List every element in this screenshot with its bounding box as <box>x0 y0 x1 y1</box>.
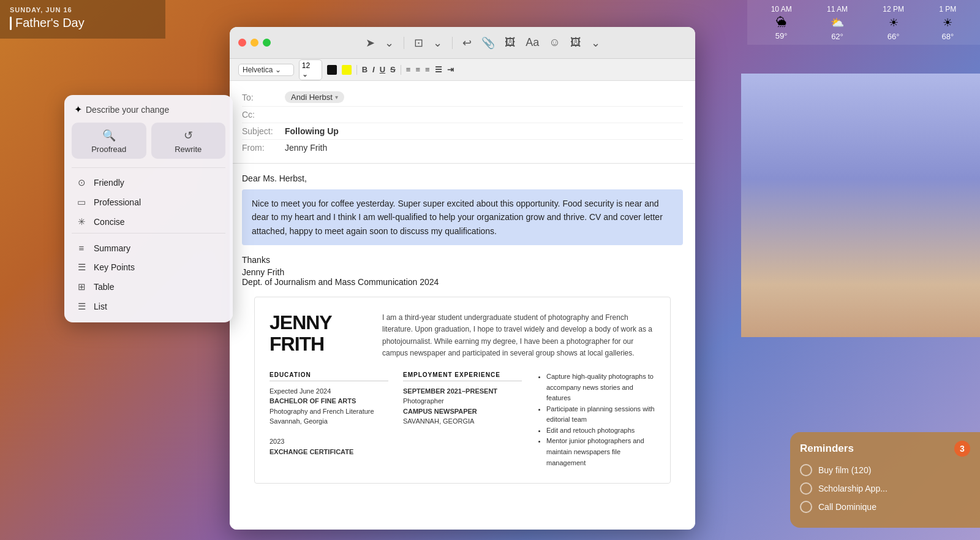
minimize-button[interactable] <box>251 39 258 47</box>
subject-field: Subject: Following Up <box>242 123 683 140</box>
font-size-input[interactable]: 12 ⌄ <box>299 59 322 80</box>
list-format-icon[interactable]: ☰ <box>435 65 442 74</box>
to-field: To: Andi Herbst ▾ <box>242 88 683 107</box>
proofread-button[interactable]: 🔍 Proofread <box>72 123 146 159</box>
cv-employment-content: SEPTEMBER 2021–PRESENT Photographer CAMP… <box>403 386 522 427</box>
rewrite-button[interactable]: ↺ Rewrite <box>151 123 226 159</box>
reminder-checkbox-1[interactable] <box>800 464 812 476</box>
reminder-item-1: Buy film (120) <box>800 464 970 476</box>
weather-time-2: 12 PM <box>883 5 904 13</box>
font-name: Helvetica <box>243 66 273 74</box>
mail-greeting: Dear Ms. Herbst, <box>242 173 683 183</box>
cv-employment-title: EMPLOYMENT EXPERIENCE <box>403 371 522 381</box>
align-left-icon[interactable]: ≡ <box>406 65 411 74</box>
reminder-item-2: Scholarship App... <box>800 482 970 495</box>
tool-summary[interactable]: ≡ Summary <box>72 238 225 257</box>
list-label: List <box>94 302 107 311</box>
from-field: From: Jenny Frith <box>242 140 683 156</box>
toolbar-separator-2 <box>452 37 453 49</box>
weather-hours-row: 10 AM 🌦 59° 11 AM ⛅ 62° 12 PM ☀ 66° 1 PM… <box>747 5 980 41</box>
reminder-text-2: Scholarship App... <box>818 484 888 493</box>
attachment-icon[interactable]: 📎 <box>481 36 495 50</box>
rewrite-icon: ↺ <box>184 129 193 142</box>
to-value: Andi Herbst <box>291 93 333 102</box>
send-icon[interactable]: ➤ <box>366 36 375 50</box>
cv-education-content: Expected June 2024 BACHELOR OF FINE ARTS… <box>270 386 388 457</box>
toolbar-icons: ➤ ⌄ ⊡ ⌄ ↩ 📎 🖼 Aa ☺ 🖼 ⌄ <box>279 36 687 50</box>
close-button[interactable] <box>238 39 246 47</box>
weather-icon-1: ⛅ <box>831 16 844 29</box>
align-right-icon[interactable]: ≡ <box>425 65 430 74</box>
format-bar: Helvetica ⌄ 12 ⌄ B I U S ≡ ≡ ≡ ☰ ⇥ <box>230 59 695 81</box>
to-field-label: To: <box>242 93 285 102</box>
maximize-button[interactable] <box>263 39 271 47</box>
cv-bullet-3: Edit and retouch photographs <box>546 425 655 436</box>
image-icon[interactable]: 🖼 <box>570 36 581 49</box>
compose-dropdown-icon[interactable]: ⌄ <box>433 36 442 50</box>
concise-icon: ✳ <box>75 216 88 227</box>
window-titlebar: ➤ ⌄ ⊡ ⌄ ↩ 📎 🖼 Aa ☺ 🖼 ⌄ <box>230 27 695 59</box>
tool-concise[interactable]: ✳ Concise <box>72 212 225 232</box>
photo-icon[interactable]: 🖼 <box>505 36 516 49</box>
friendly-icon: ⊙ <box>75 177 88 188</box>
highlight-color-swatch[interactable] <box>342 65 352 75</box>
cv-bullet-1: Capture high-quality photographs to acco… <box>546 371 655 404</box>
font-select[interactable]: Helvetica ⌄ <box>238 64 294 76</box>
reminder-checkbox-3[interactable] <box>800 501 812 513</box>
weather-hour-1: 11 AM ⛅ 62° <box>827 5 848 41</box>
send-dropdown-icon[interactable]: ⌄ <box>385 36 394 50</box>
cv-employment-col: EMPLOYMENT EXPERIENCE SEPTEMBER 2021–PRE… <box>403 371 522 468</box>
reply-icon[interactable]: ↩ <box>462 36 472 50</box>
bold-button[interactable]: B <box>362 65 368 74</box>
writing-tools-actions: 🔍 Proofread ↺ Rewrite <box>72 123 225 159</box>
align-center-icon[interactable]: ≡ <box>415 65 420 74</box>
underline-button[interactable]: U <box>380 65 385 74</box>
reminders-header: Reminders 3 <box>800 441 970 457</box>
ai-sparkle-icon: ✦ <box>74 104 82 115</box>
italic-button[interactable]: I <box>372 65 375 74</box>
tools-divider <box>72 167 225 168</box>
indent-icon[interactable]: ⇥ <box>447 65 454 74</box>
weather-temp-2: 66° <box>888 32 900 41</box>
toolbar-separator-1 <box>404 37 404 49</box>
mail-closing: Thanks <box>242 255 683 265</box>
format-separator-1 <box>356 65 357 75</box>
emoji-icon[interactable]: ☺ <box>549 36 560 49</box>
selected-text-block: Nice to meet you for coffee yesterday. S… <box>242 189 683 245</box>
mail-header-section: To: Andi Herbst ▾ Cc: Subject: Following… <box>230 81 695 164</box>
strikethrough-button[interactable]: S <box>390 65 396 74</box>
reminder-item-3: Call Dominique <box>800 501 970 513</box>
photo-panel <box>741 74 980 337</box>
professional-label: Professional <box>94 197 141 207</box>
concise-label: Concise <box>94 217 125 227</box>
weather-time-1: 11 AM <box>827 5 848 13</box>
font-size-value: 12 <box>302 61 310 70</box>
compose-icon[interactable]: ⊡ <box>414 36 423 50</box>
mail-body[interactable]: Dear Ms. Herbst, Nice to meet you for co… <box>230 164 695 506</box>
tool-table[interactable]: ⊞ Table <box>72 277 225 297</box>
cc-field-label: Cc: <box>242 110 285 120</box>
tool-key-points[interactable]: ☰ Key Points <box>72 257 225 277</box>
font-icon[interactable]: Aa <box>526 36 539 49</box>
tool-list[interactable]: ☰ List <box>72 297 225 316</box>
friendly-label: Friendly <box>94 178 124 188</box>
tool-professional[interactable]: ▭ Professional <box>72 192 225 212</box>
reminder-checkbox-2[interactable] <box>800 482 812 495</box>
writing-tools-panel: ✦ Describe your change 🔍 Proofread ↺ Rew… <box>64 95 233 322</box>
image-dropdown-icon[interactable]: ⌄ <box>591 36 600 50</box>
table-icon: ⊞ <box>75 281 88 292</box>
text-color-swatch[interactable] <box>327 65 337 75</box>
from-value: Jenny Frith <box>285 143 327 153</box>
cc-field: Cc: <box>242 107 683 123</box>
rewrite-label: Rewrite <box>175 145 202 154</box>
mail-content: To: Andi Herbst ▾ Cc: Subject: Following… <box>230 81 695 530</box>
event-bar-accent <box>10 17 12 30</box>
tool-friendly[interactable]: ⊙ Friendly <box>72 173 225 192</box>
weather-temp-3: 68° <box>941 32 954 41</box>
cv-bio: I am a third-year student undergraduate … <box>382 312 655 359</box>
to-chip[interactable]: Andi Herbst ▾ <box>285 91 344 103</box>
format-separator-2 <box>401 65 401 75</box>
traffic-lights <box>238 39 271 47</box>
summary-icon: ≡ <box>75 243 88 253</box>
calendar-event: Father's Day <box>10 16 156 30</box>
